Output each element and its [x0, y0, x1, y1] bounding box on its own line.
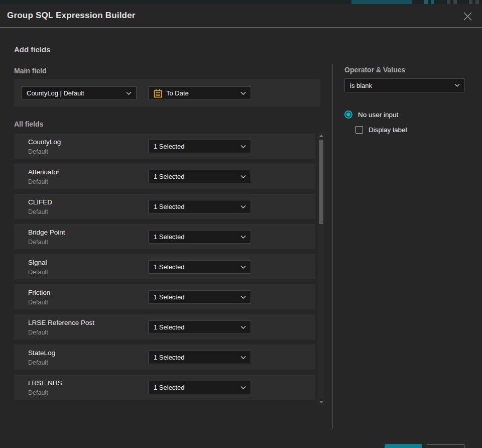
field-row: CountyLog Default 1 Selected: [14, 134, 315, 159]
column-divider: [332, 64, 333, 429]
checkbox-unchecked-icon: [355, 126, 363, 134]
field-name: Attenuator: [28, 168, 59, 176]
live-view-button[interactable]: Live view: [351, 0, 412, 4]
field-layer: Default: [28, 389, 48, 396]
field-row: Friction Default 1 Selected: [14, 284, 315, 309]
no-user-input-label: No user input: [358, 111, 398, 119]
field-selected-value: 1 Selected: [154, 263, 184, 271]
field-selected-dropdown[interactable]: 1 Selected: [148, 260, 251, 274]
field-selected-dropdown[interactable]: 1 Selected: [148, 381, 251, 394]
field-layer: Default: [28, 329, 48, 336]
field-selected-value: 1 Selected: [154, 173, 184, 180]
field-selected-value: 1 Selected: [154, 293, 184, 301]
main-field-label: Main field: [14, 67, 47, 75]
chevron-down-icon: [240, 175, 246, 178]
close-button[interactable]: [462, 11, 473, 22]
field-name: CLIFED: [28, 198, 52, 206]
field-layer: Default: [28, 299, 48, 306]
scrollbar-thumb[interactable]: [319, 140, 323, 224]
toolbar-icon: [475, 0, 479, 4]
main-field-select-value: CountyLog | Default: [27, 89, 84, 97]
toolbar-icon: [469, 0, 472, 4]
all-fields-list: CountyLog Default 1 Selected Attenuator …: [14, 134, 315, 400]
field-selected-dropdown[interactable]: 1 Selected: [148, 230, 251, 244]
field-name: Bridge Point: [28, 229, 65, 236]
field-selected-dropdown[interactable]: 1 Selected: [148, 170, 251, 183]
field-row: CLIFED Default 1 Selected: [14, 194, 315, 219]
chevron-down-icon: [240, 356, 246, 359]
field-selected-dropdown[interactable]: 1 Selected: [148, 140, 251, 153]
field-row: Signal Default 1 Selected: [14, 254, 315, 279]
field-name: Friction: [28, 289, 50, 296]
field-selected-value: 1 Selected: [154, 143, 184, 150]
radio-selected-icon: [344, 110, 352, 119]
main-field-value-select[interactable]: To Date: [148, 86, 251, 100]
all-fields-label: All fields: [14, 120, 43, 128]
field-selected-dropdown[interactable]: 1 Selected: [148, 290, 251, 304]
field-name: LRSE NHS: [28, 379, 62, 387]
scroll-down-arrow-icon[interactable]: [318, 399, 324, 405]
dialog-header: Group SQL Expression Builder: [0, 4, 482, 28]
chevron-down-icon: [240, 265, 246, 269]
field-layer: Default: [28, 178, 48, 185]
chevron-down-icon: [240, 91, 246, 95]
field-selected-value: 1 Selected: [154, 384, 184, 391]
field-layer: Default: [28, 359, 48, 366]
ok-button[interactable]: OK: [385, 444, 422, 448]
cancel-button[interactable]: Cancel: [427, 444, 464, 448]
close-icon: [463, 12, 472, 21]
field-selected-value: 1 Selected: [154, 203, 184, 210]
toolbar-icon: [431, 0, 434, 4]
toolbar-icon: [447, 0, 450, 4]
field-selected-value: 1 Selected: [154, 323, 184, 331]
list-scrollbar[interactable]: [318, 133, 324, 405]
field-layer: Default: [28, 239, 48, 246]
section-title: Add fields: [14, 45, 51, 54]
toolbar-icon: [453, 0, 457, 4]
background-app-bar: Live view: [0, 0, 482, 4]
display-label-label: Display label: [369, 126, 407, 134]
dialog-title: Group SQL Expression Builder: [7, 11, 136, 21]
field-selected-dropdown[interactable]: 1 Selected: [148, 351, 251, 364]
calendar-icon: [154, 89, 162, 98]
chevron-down-icon: [240, 145, 246, 148]
operator-select-value: is blank: [350, 82, 372, 89]
scroll-up-arrow-icon[interactable]: [318, 133, 324, 139]
field-layer: Default: [28, 269, 48, 276]
chevron-down-icon: [240, 325, 246, 329]
operator-values-label: Operator & Values: [344, 66, 405, 74]
main-field-panel: CountyLog | Default To Date: [14, 79, 320, 106]
group-sql-expression-builder-dialog: Group SQL Expression Builder Add fields …: [0, 4, 482, 448]
field-name: CountyLog: [28, 138, 61, 146]
chevron-down-icon: [240, 235, 246, 239]
field-name: StateLog: [28, 349, 55, 357]
dialog-footer: OK Cancel: [385, 444, 464, 448]
no-user-input-radio[interactable]: No user input: [344, 110, 398, 119]
field-selected-dropdown[interactable]: 1 Selected: [148, 320, 251, 334]
field-row: Attenuator Default 1 Selected: [14, 164, 315, 189]
field-name: Signal: [28, 259, 47, 266]
field-name: LRSE Reference Post: [28, 319, 94, 326]
field-selected-value: 1 Selected: [154, 354, 184, 361]
dialog-body: Add fields Main field CountyLog | Defaul…: [0, 28, 482, 448]
display-label-checkbox[interactable]: Display label: [355, 126, 407, 134]
chevron-down-icon: [454, 84, 460, 87]
field-selected-dropdown[interactable]: 1 Selected: [148, 200, 251, 213]
toolbar-icon: [424, 0, 428, 4]
main-field-select[interactable]: CountyLog | Default: [21, 86, 137, 100]
field-row: StateLog Default 1 Selected: [14, 345, 315, 370]
field-row: LRSE Reference Post Default 1 Selected: [14, 314, 315, 340]
field-layer: Default: [28, 148, 48, 155]
chevron-down-icon: [240, 386, 246, 389]
field-row: LRSE NHS Default 1 Selected: [14, 375, 315, 400]
chevron-down-icon: [126, 91, 132, 95]
field-row: Bridge Point Default 1 Selected: [14, 224, 315, 249]
operator-select[interactable]: is blank: [344, 78, 465, 92]
chevron-down-icon: [240, 205, 246, 208]
main-field-value-select-value: To Date: [166, 89, 189, 97]
field-selected-value: 1 Selected: [154, 233, 184, 241]
chevron-down-icon: [240, 295, 246, 299]
field-layer: Default: [28, 208, 48, 215]
